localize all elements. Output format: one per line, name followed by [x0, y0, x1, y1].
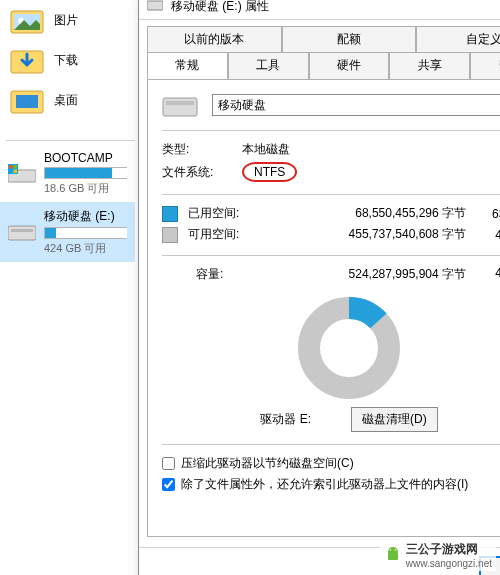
svg-point-19 — [390, 549, 392, 551]
folder-label: 下载 — [54, 52, 78, 69]
svg-point-20 — [395, 549, 397, 551]
type-label: 类型: — [162, 141, 232, 158]
svg-rect-21 — [388, 553, 398, 560]
tab-panel-general: 类型: 本地磁盘 文件系统: NTFS 已用空间: 68,550,455,296… — [147, 80, 500, 537]
drive-name: BOOTCAMP — [44, 151, 127, 165]
free-swatch — [162, 227, 178, 243]
capacity-bytes: 524,287,995,904 字节 — [266, 266, 466, 283]
windows-drive-icon — [8, 164, 36, 184]
dialog-titlebar[interactable]: 移动硬盘 (E:) 属性 — [139, 0, 500, 20]
svg-rect-8 — [9, 165, 13, 169]
folder-item-pictures[interactable]: 图片 — [0, 0, 135, 40]
svg-rect-5 — [16, 95, 38, 108]
svg-rect-13 — [11, 229, 33, 232]
drive-name-input[interactable] — [212, 94, 500, 116]
drive-big-icon — [162, 92, 198, 118]
svg-rect-14 — [147, 1, 163, 10]
dialog-title: 移动硬盘 (E:) 属性 — [171, 0, 269, 15]
tab-previous-versions[interactable]: 以前的版本 — [147, 26, 282, 52]
tab-sharing[interactable]: 共享 — [389, 52, 470, 79]
drive-name: 移动硬盘 (E:) — [44, 208, 127, 225]
folder-downloads-icon — [10, 46, 44, 74]
disk-cleanup-button[interactable]: 磁盘清理(D) — [351, 407, 438, 432]
svg-rect-16 — [166, 101, 194, 105]
free-human: 424 GB — [476, 228, 500, 242]
folder-item-desktop[interactable]: 桌面 — [0, 80, 135, 120]
filesystem-label: 文件系统: — [162, 164, 232, 181]
free-bytes: 455,737,540,608 字节 — [258, 226, 466, 243]
index-checkbox[interactable] — [162, 478, 175, 491]
tab-customize[interactable]: 自定义 — [416, 26, 500, 52]
folder-label: 桌面 — [54, 92, 78, 109]
index-label: 除了文件属性外，还允许索引此驱动器上文件的内容(I) — [181, 476, 468, 493]
used-bytes: 68,550,455,296 字节 — [258, 205, 466, 222]
tab-general[interactable]: 常规 — [147, 52, 228, 79]
used-human: 63.8 GB — [476, 207, 500, 221]
drive-subtext: 18.6 GB 可用 — [44, 181, 127, 196]
tab-hardware[interactable]: 硬件 — [309, 52, 390, 79]
svg-rect-10 — [9, 169, 13, 173]
capacity-donut-chart — [162, 293, 500, 403]
compress-label: 压缩此驱动器以节约磁盘空间(C) — [181, 455, 354, 472]
explorer-left-panel: 图片 下载 桌面 BOOTCAMP 18.6 GB 可用 — [0, 0, 135, 575]
watermark-url: www.sangongzi.net — [406, 558, 492, 569]
capacity-label: 容量: — [196, 266, 256, 283]
svg-rect-15 — [163, 98, 197, 116]
used-swatch — [162, 206, 178, 222]
folder-desktop-icon — [10, 86, 44, 114]
tab-security[interactable]: 安全 — [470, 52, 500, 79]
properties-dialog: 移动硬盘 (E:) 属性 以前的版本 配额 自定义 常规 工具 硬件 共享 安全… — [138, 0, 500, 575]
tab-quota[interactable]: 配额 — [282, 26, 417, 52]
capacity-human: 488 GB — [476, 266, 500, 283]
folder-pictures-icon — [10, 6, 44, 34]
free-label: 可用空间: — [188, 226, 248, 243]
index-checkbox-row[interactable]: 除了文件属性外，还允许索引此驱动器上文件的内容(I) — [162, 476, 500, 493]
compress-checkbox-row[interactable]: 压缩此驱动器以节约磁盘空间(C) — [162, 455, 500, 472]
android-icon — [384, 545, 402, 566]
filesystem-value-highlighted: NTFS — [242, 162, 297, 182]
svg-rect-9 — [14, 165, 18, 169]
watermark-text: 三公子游戏网 — [406, 541, 492, 558]
tabs-row-2: 常规 工具 硬件 共享 安全 — [147, 52, 500, 80]
watermark: 三公子游戏网 www.sangongzi.net — [380, 539, 496, 571]
folder-item-downloads[interactable]: 下载 — [0, 40, 135, 80]
drive-item-bootcamp[interactable]: BOOTCAMP 18.6 GB 可用 — [0, 145, 135, 202]
svg-rect-11 — [14, 169, 18, 173]
used-label: 已用空间: — [188, 205, 248, 222]
drive-capacity-bar — [44, 227, 127, 239]
tabs-row-1: 以前的版本 配额 自定义 — [147, 26, 500, 53]
drive-item-removable[interactable]: 移动硬盘 (E:) 424 GB 可用 — [0, 202, 135, 262]
compress-checkbox[interactable] — [162, 457, 175, 470]
folder-label: 图片 — [54, 12, 78, 29]
type-value: 本地磁盘 — [242, 141, 290, 158]
svg-rect-12 — [8, 226, 36, 240]
tab-tools[interactable]: 工具 — [228, 52, 309, 79]
filesystem-value: NTFS — [254, 165, 285, 179]
drive-capacity-bar — [44, 167, 127, 179]
removable-drive-icon — [8, 222, 36, 242]
drive-subtext: 424 GB 可用 — [44, 241, 127, 256]
drive-letter-label: 驱动器 E: — [260, 411, 311, 428]
drive-small-icon — [147, 0, 163, 14]
